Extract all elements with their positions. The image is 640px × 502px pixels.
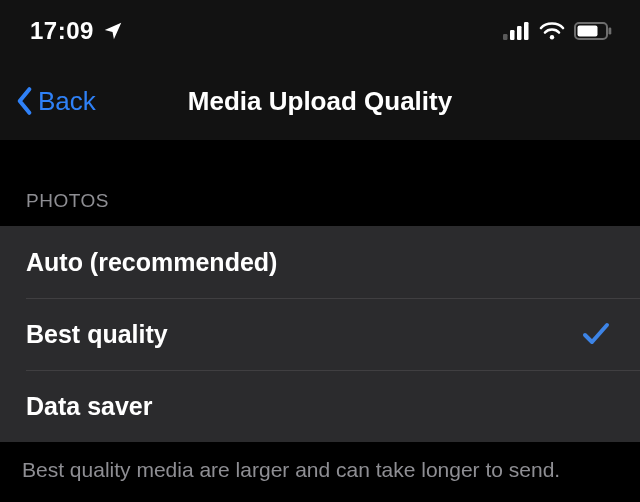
clock: 17:09 xyxy=(30,17,94,45)
status-left: 17:09 xyxy=(30,17,124,45)
location-arrow-icon xyxy=(102,20,124,42)
page-title: Media Upload Quality xyxy=(188,86,452,117)
svg-rect-6 xyxy=(578,26,598,37)
navigation-bar: Back Media Upload Quality xyxy=(0,62,640,140)
option-label-saver: Data saver xyxy=(26,392,152,421)
svg-rect-7 xyxy=(609,28,612,35)
status-bar: 17:09 xyxy=(0,0,640,62)
wifi-icon xyxy=(539,21,565,41)
option-label-best: Best quality xyxy=(26,320,168,349)
footer-note: Best quality media are larger and can ta… xyxy=(0,442,640,482)
checkmark-icon xyxy=(582,321,610,347)
options-list: Auto (recommended) Best quality Data sav… xyxy=(0,226,640,442)
back-button[interactable]: Back xyxy=(0,86,96,117)
chevron-left-icon xyxy=(14,86,34,116)
option-data-saver[interactable]: Data saver xyxy=(0,370,640,442)
cellular-signal-icon xyxy=(503,22,530,40)
svg-rect-0 xyxy=(503,34,508,40)
section-header-photos: PHOTOS xyxy=(0,170,640,226)
svg-rect-2 xyxy=(517,26,522,40)
back-label: Back xyxy=(38,86,96,117)
battery-icon xyxy=(574,22,612,40)
svg-rect-1 xyxy=(510,30,515,40)
svg-rect-3 xyxy=(524,22,529,40)
option-auto[interactable]: Auto (recommended) xyxy=(0,226,640,298)
status-right xyxy=(503,21,612,41)
svg-point-4 xyxy=(550,35,554,39)
option-label-auto: Auto (recommended) xyxy=(26,248,277,277)
option-best-quality[interactable]: Best quality xyxy=(0,298,640,370)
header-gap xyxy=(0,140,640,170)
